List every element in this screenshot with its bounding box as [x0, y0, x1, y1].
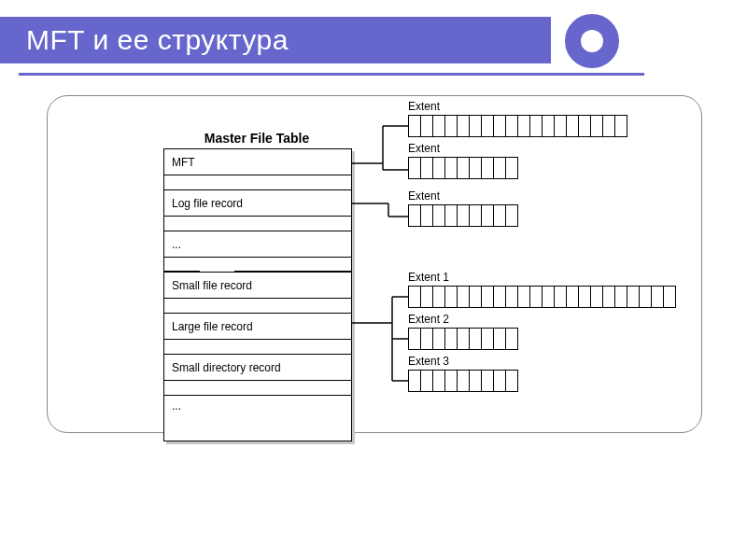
slide: MFT и ее структура Master File Table MFT… — [0, 0, 747, 560]
connectors — [0, 0, 747, 560]
